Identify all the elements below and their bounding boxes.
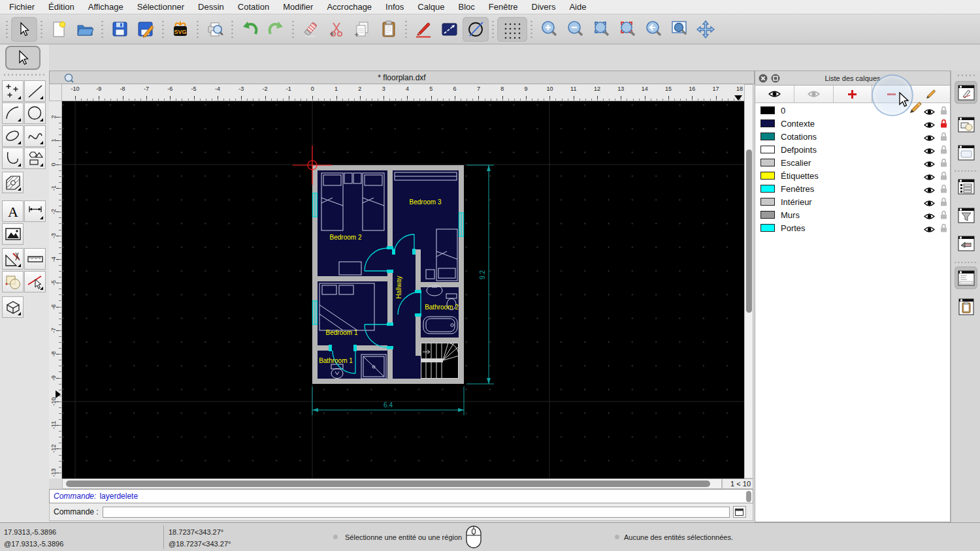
redo-button[interactable] <box>263 17 289 42</box>
layer-row[interactable]: Étiquettes <box>755 169 950 182</box>
line-attributes-button[interactable] <box>436 17 463 42</box>
show-all-layers-button[interactable] <box>755 86 794 102</box>
layer-row[interactable]: Cotations <box>755 130 950 143</box>
points-tool-button[interactable] <box>2 80 24 102</box>
panel-float-button[interactable] <box>771 74 780 83</box>
add-layer-button[interactable] <box>834 86 873 102</box>
layer-row[interactable]: Contexte <box>755 117 950 130</box>
line-tool-button[interactable] <box>24 80 46 102</box>
delete-eraser-button[interactable] <box>297 17 323 42</box>
command-history-scrollbar[interactable] <box>746 491 751 502</box>
polyline-tool-button[interactable] <box>2 148 24 169</box>
layer-lock-toggle[interactable] <box>940 184 947 196</box>
cut-button[interactable] <box>323 17 350 42</box>
layer-name: Cotations <box>781 132 817 142</box>
library-browser-widget-button[interactable] <box>955 141 977 164</box>
image-tool-button[interactable] <box>2 223 24 245</box>
menu-item[interactable]: Édition <box>48 2 74 12</box>
layer-lock-toggle[interactable] <box>940 223 947 235</box>
layer-row[interactable]: Intérieur <box>755 195 950 208</box>
layer-lock-toggle[interactable] <box>940 119 947 131</box>
layer-visibility-toggle[interactable] <box>924 224 935 236</box>
menu-item[interactable]: Fichier <box>9 2 35 12</box>
command-options-button[interactable] <box>733 506 746 518</box>
pen-attributes-button[interactable] <box>410 17 436 42</box>
select-tool-button[interactable] <box>5 46 41 70</box>
layer-lock-toggle[interactable] <box>940 210 947 222</box>
hide-all-layers-button[interactable] <box>794 86 834 102</box>
menu-item[interactable]: Affichage <box>88 2 123 12</box>
spline-tool-button[interactable] <box>24 125 46 147</box>
layer-row[interactable]: Defpoints <box>755 143 950 156</box>
menu-item[interactable]: Dessin <box>198 2 224 12</box>
export-svg-button[interactable]: SVG <box>167 17 193 42</box>
vscroll-thumb[interactable] <box>746 150 752 313</box>
drafting-tools-button[interactable] <box>2 248 24 270</box>
layer-row[interactable]: Fenêtres <box>755 182 950 195</box>
boolean-region-button[interactable] <box>2 271 24 292</box>
layer-lock-toggle[interactable] <box>940 197 947 209</box>
layer-row[interactable]: Portes <box>755 221 950 234</box>
select-pointer-button[interactable] <box>11 17 37 42</box>
zoom-auto-button[interactable] <box>588 17 614 42</box>
menu-item[interactable]: Calque <box>417 2 444 12</box>
layer-list-widget-button[interactable] <box>955 81 977 104</box>
text-tool-button[interactable]: A <box>2 200 24 222</box>
drawing-canvas[interactable]: Bedroom 2 Bedroom 3 Hallway Bedroom 1 Ba… <box>62 101 744 479</box>
shapes-tool-button[interactable] <box>24 148 46 169</box>
block-list-widget-button[interactable] <box>955 113 977 136</box>
layer-lock-toggle[interactable] <box>940 171 947 183</box>
new-document-button[interactable] <box>46 17 72 42</box>
menu-item[interactable]: Bloc <box>458 2 474 12</box>
draft-mode-button[interactable] <box>463 17 489 42</box>
dimension-height-label: 9.2 <box>479 270 486 279</box>
menu-item[interactable]: Infos <box>385 2 404 12</box>
zoom-out-button[interactable] <box>562 17 588 42</box>
hatch-tool-button[interactable] <box>2 172 24 193</box>
menu-item[interactable]: Divers <box>532 2 556 12</box>
menu-item[interactable]: Fenêtre <box>489 2 518 12</box>
layer-row[interactable]: Murs <box>755 208 950 221</box>
layer-lock-toggle[interactable] <box>940 106 947 118</box>
ellipse-tool-button[interactable] <box>2 125 24 147</box>
entity-list-widget-button[interactable] <box>955 175 977 198</box>
layer-lock-toggle[interactable] <box>940 132 947 144</box>
command-input[interactable] <box>103 507 730 518</box>
pen-wizard-widget-button[interactable] <box>955 232 977 255</box>
grid-toggle-button[interactable] <box>497 17 527 42</box>
dimension-tool-button[interactable] <box>24 200 46 222</box>
undo-button[interactable] <box>237 17 263 42</box>
zoom-previous-button[interactable] <box>640 17 666 42</box>
paste-button[interactable] <box>376 17 402 42</box>
zoom-selection-button[interactable] <box>614 17 640 42</box>
layer-lock-toggle[interactable] <box>940 145 947 157</box>
zoom-pan-button[interactable] <box>693 17 719 42</box>
modify-entity-button[interactable] <box>24 271 46 292</box>
save-button[interactable] <box>106 17 133 42</box>
selection-filter-widget-button[interactable] <box>955 204 977 227</box>
horizontal-scrollbar[interactable] <box>62 479 722 489</box>
zoom-window-button[interactable] <box>666 17 693 42</box>
measure-tool-button[interactable] <box>24 248 46 270</box>
save-as-button[interactable] <box>133 17 159 42</box>
print-preview-button[interactable] <box>202 17 228 42</box>
menu-item[interactable]: Aide <box>569 2 586 12</box>
clipboard-widget-button[interactable] <box>955 295 977 318</box>
3d-tools-button[interactable] <box>2 296 24 318</box>
menu-item[interactable]: Cotation <box>238 2 269 12</box>
menu-item[interactable]: Sélectionner <box>137 2 184 12</box>
panel-close-button[interactable] <box>759 74 768 83</box>
command-widget-button[interactable] <box>955 266 977 289</box>
menu-item[interactable]: Modifier <box>283 2 313 12</box>
copy-button[interactable] <box>350 17 376 42</box>
layer-lock-toggle[interactable] <box>940 158 947 170</box>
open-file-button[interactable] <box>72 17 98 42</box>
arc-tool-button[interactable] <box>2 102 24 124</box>
layer-row[interactable]: Escalier <box>755 156 950 169</box>
vertical-scrollbar[interactable] <box>744 84 753 479</box>
document-titlebar[interactable]: * floorplan.dxf <box>49 71 755 84</box>
menu-item[interactable]: Accrochage <box>327 2 372 12</box>
hscroll-thumb[interactable] <box>66 480 710 487</box>
zoom-in-button[interactable] <box>536 17 562 42</box>
circle-tool-button[interactable] <box>24 102 46 124</box>
